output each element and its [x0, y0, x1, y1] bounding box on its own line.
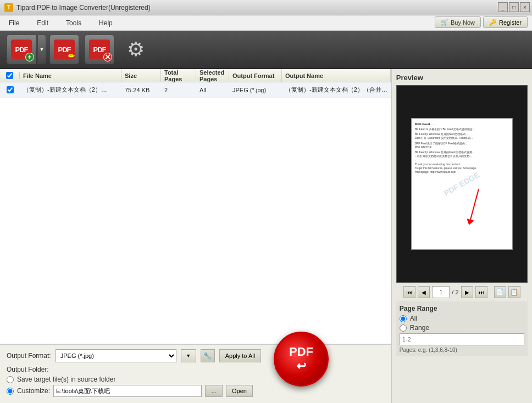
bottom-controls: Output Format: JPEG (*.jpg) ▼ 🔧 Apply to… [0, 344, 391, 403]
copy-page-button[interactable]: 📄 [494, 286, 506, 298]
all-range-label: All [410, 315, 417, 322]
page-range-section: Page Range All Range Pages: e.g. (1,3,6,… [396, 301, 528, 356]
left-panel: File Name Size Total Pages Selected Page… [0, 69, 392, 403]
row-checkbox[interactable] [7, 86, 14, 93]
file-table: File Name Size Total Pages Selected Page… [0, 69, 391, 344]
output-folder-label: Output Folder: [7, 366, 49, 373]
buy-now-button[interactable]: 🛒 Buy Now [435, 16, 481, 28]
save-source-radio[interactable] [7, 376, 14, 383]
custom-range-row: Range [400, 324, 524, 332]
window-controls: _ □ × [498, 2, 530, 12]
preview-text: BFF Feed…… BF Feed is 以著名的下BF Feed文格式提供整… [412, 119, 512, 177]
edit-pdf-icon: PDF ✏ [54, 40, 75, 59]
buy-icon: 🛒 [441, 19, 448, 26]
first-page-button[interactable]: ⏮ [403, 286, 415, 298]
range-label: Range [410, 324, 429, 332]
app-title: Tipard PDF to Image Converter(Unregister… [16, 4, 151, 12]
pencil-overlay: ✏ [67, 52, 76, 60]
close-button[interactable]: × [520, 2, 530, 12]
range-hint: Pages: e.g. (1,3,6,8-10) [400, 347, 524, 353]
all-range-row: All [400, 315, 524, 322]
format-dropdown-arrow[interactable]: ▼ [181, 349, 196, 362]
customize-label: Customize: [17, 387, 50, 395]
header-outputname: Output Name [282, 69, 391, 82]
key-icon: 🔑 [489, 19, 497, 26]
add-pdf-group: PDF + ▼ [7, 35, 46, 64]
browse-button[interactable]: ... [205, 385, 223, 397]
minimize-button[interactable]: _ [498, 2, 508, 12]
preview-arrow [469, 189, 479, 221]
copy-all-button[interactable]: 📋 [508, 286, 520, 298]
cell-outputname: （复制）-新建文本文档（2）（合并… [282, 86, 391, 94]
cell-outputformat: JPEG (*.jpg) [229, 87, 282, 93]
menu-right-buttons: 🛒 Buy Now 🔑 Register [435, 16, 528, 28]
right-panel: Preview BFF Feed…… BF Feed is 以著名的下BF Fe… [392, 69, 532, 403]
cell-size: 75.24 KB [121, 87, 161, 93]
page-total-label: / 2 [452, 289, 458, 295]
prev-page-button[interactable]: ◀ [418, 286, 430, 298]
plus-overlay: + [25, 53, 34, 61]
open-button[interactable]: Open [226, 385, 253, 397]
range-input[interactable] [400, 333, 524, 345]
add-pdf-icon: PDF + [11, 40, 32, 59]
row-checkbox-cell [0, 86, 20, 93]
table-header: File Name Size Total Pages Selected Page… [0, 69, 391, 82]
register-button[interactable]: 🔑 Register [483, 16, 528, 28]
save-source-label: Save target file(s) in source folder [17, 376, 115, 383]
customize-radio[interactable] [7, 388, 14, 395]
menu-file[interactable]: File [0, 17, 28, 29]
output-format-label: Output Format: [7, 352, 51, 360]
remove-pdf-button[interactable]: PDF ✕ [85, 35, 114, 64]
cell-filename: （复制）-新建文本文档（2）… [20, 86, 121, 94]
toolbar: PDF + ▼ PDF ✏ PDF ✕ ⚙ [0, 31, 532, 69]
apply-to-all-button[interactable]: Apply to All [219, 349, 261, 362]
menu-tools[interactable]: Tools [57, 17, 90, 29]
cell-selectedpages: All [196, 87, 229, 93]
preview-area: BFF Feed…… BF Feed is 以著名的下BF Feed文格式提供整… [396, 85, 528, 283]
convert-arrow-label: ↩ [296, 359, 306, 373]
menu-bar: File Edit Tools Help 🛒 Buy Now 🔑 Registe… [0, 15, 532, 31]
preview-title: Preview [396, 74, 528, 82]
all-range-radio[interactable] [400, 315, 407, 322]
wrench-icon: 🔧 [203, 352, 212, 360]
preview-nav: ⏮ ◀ / 2 ▶ ⏭ 📄 📋 [396, 286, 528, 298]
gear-icon: ⚙ [127, 38, 145, 61]
page-number-input[interactable] [432, 286, 450, 298]
page-range-title: Page Range [400, 305, 524, 312]
select-all-checkbox[interactable] [6, 72, 13, 79]
convert-pdf-label: PDF [289, 345, 313, 359]
main-area: File Name Size Total Pages Selected Page… [0, 69, 532, 403]
format-settings-button[interactable]: 🔧 [201, 349, 215, 362]
convert-button-area: PDF ↩ [274, 332, 329, 387]
header-selectedpages: Selected Pages [196, 69, 229, 82]
header-totalpages: Total Pages [161, 69, 196, 82]
add-pdf-button[interactable]: PDF + [7, 35, 36, 64]
customize-row: Customize: ... Open [7, 385, 384, 397]
customize-path-input[interactable] [53, 385, 202, 397]
table-row[interactable]: （复制）-新建文本文档（2）… 75.24 KB 2 All JPEG (*.j… [0, 82, 391, 98]
x-overlay: ✕ [103, 53, 112, 61]
next-page-button[interactable]: ▶ [461, 286, 473, 298]
edit-pdf-button[interactable]: PDF ✏ [49, 35, 79, 64]
settings-gear-button[interactable]: ⚙ [122, 36, 149, 63]
remove-pdf-icon: PDF ✕ [89, 40, 110, 59]
header-checkbox-cell [0, 72, 20, 79]
copy-buttons: 📄 📋 [494, 286, 520, 298]
header-outputformat: Output Format [229, 69, 282, 82]
last-page-button[interactable]: ⏭ [475, 286, 487, 298]
maximize-button[interactable]: □ [509, 2, 519, 12]
header-size: Size [121, 69, 161, 82]
output-format-select[interactable]: JPEG (*.jpg) [56, 349, 176, 362]
preview-page: BFF Feed…… BF Feed is 以著名的下BF Feed文格式提供整… [411, 118, 513, 250]
convert-button[interactable]: PDF ↩ [274, 332, 329, 387]
app-icon: T [4, 3, 13, 12]
title-bar: T Tipard PDF to Image Converter(Unregist… [0, 0, 532, 15]
header-filename: File Name [20, 69, 121, 82]
custom-range-radio[interactable] [400, 324, 407, 332]
cell-totalpages: 2 [161, 87, 196, 93]
menu-help[interactable]: Help [90, 17, 121, 29]
menu-edit[interactable]: Edit [28, 17, 57, 29]
add-pdf-dropdown[interactable]: ▼ [37, 35, 46, 64]
